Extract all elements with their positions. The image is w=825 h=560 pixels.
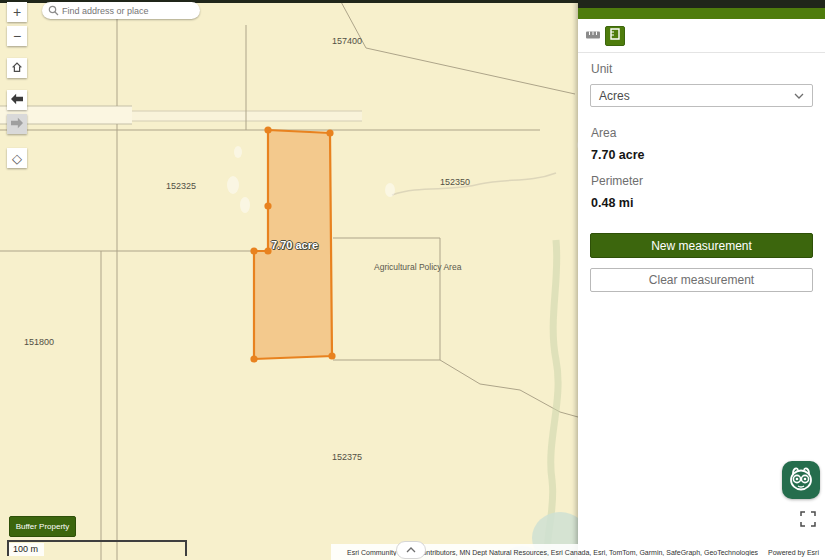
- measure-area-button[interactable]: [605, 26, 625, 46]
- zone-label: Agricultural Policy Area: [374, 262, 461, 272]
- unit-select[interactable]: Acres: [590, 84, 813, 107]
- measure-area-icon: [608, 27, 622, 45]
- buffer-property-button[interactable]: Buffer Property: [9, 516, 76, 537]
- measure-distance-icon: [585, 27, 601, 45]
- zoom-in-button[interactable]: +: [7, 2, 27, 22]
- chatbot-button[interactable]: [782, 461, 820, 499]
- perimeter-label: Perimeter: [591, 174, 643, 188]
- unit-select-value: Acres: [591, 89, 794, 103]
- clear-measurement-button[interactable]: Clear measurement: [590, 268, 813, 292]
- parcel-label: 152375: [332, 452, 362, 462]
- scale-bar: 100 m: [7, 540, 187, 556]
- perimeter-value: 0.48 mi: [591, 196, 633, 210]
- road-band: [132, 111, 362, 121]
- area-value: 7.70 acre: [591, 148, 645, 162]
- locate-button[interactable]: ◇: [7, 148, 27, 168]
- measure-distance-button[interactable]: [583, 26, 603, 46]
- unit-label: Unit: [591, 62, 612, 76]
- map-linework: [0, 0, 578, 560]
- parcel-label: 152325: [166, 181, 196, 191]
- arrow-left-icon: [10, 92, 24, 108]
- search-icon: [48, 5, 59, 16]
- zoom-out-button[interactable]: −: [7, 26, 27, 46]
- chevron-down-icon: [794, 93, 812, 99]
- fullscreen-icon: [800, 511, 816, 531]
- window-edge-strip: [578, 0, 825, 8]
- panel-divider: [578, 52, 825, 53]
- scale-bar-label: 100 m: [9, 543, 44, 556]
- chevron-up-icon: [406, 547, 416, 553]
- search-box[interactable]: [42, 2, 200, 19]
- panel-header-bar: [578, 8, 825, 19]
- home-button[interactable]: [7, 58, 27, 78]
- parcel-label: 157400: [332, 36, 362, 46]
- home-icon: [10, 60, 24, 77]
- map-canvas[interactable]: 157400 152325 152350 151800 152375 Agric…: [0, 0, 578, 560]
- measurement-area-label: 7.70 acre: [271, 239, 318, 251]
- next-extent-button[interactable]: [7, 114, 27, 134]
- parcel-label: 151800: [24, 337, 54, 347]
- measurement-panel: Unit Acres Area 7.70 acre Perimeter 0.48…: [578, 0, 825, 560]
- powered-by-esri: Powered by Esri: [758, 549, 825, 556]
- measure-tool-row: [583, 26, 627, 46]
- parcel-label: 152350: [440, 177, 470, 187]
- arrow-right-icon: [10, 116, 24, 132]
- fullscreen-button[interactable]: [794, 507, 822, 535]
- stream-line: [392, 173, 556, 195]
- robot-icon: [785, 462, 817, 498]
- attribution-toggle-button[interactable]: [396, 541, 426, 559]
- new-measurement-button[interactable]: New measurement: [590, 233, 813, 258]
- previous-extent-button[interactable]: [7, 90, 27, 110]
- search-input[interactable]: [59, 6, 200, 16]
- locate-diamond-icon: ◇: [12, 151, 22, 166]
- app-window: 157400 152325 152350 151800 152375 Agric…: [0, 0, 825, 560]
- area-label: Area: [591, 126, 616, 140]
- attribution-bar: Esri Community Maps Contributors, MN Dep…: [331, 544, 825, 560]
- stream-line: [547, 240, 558, 560]
